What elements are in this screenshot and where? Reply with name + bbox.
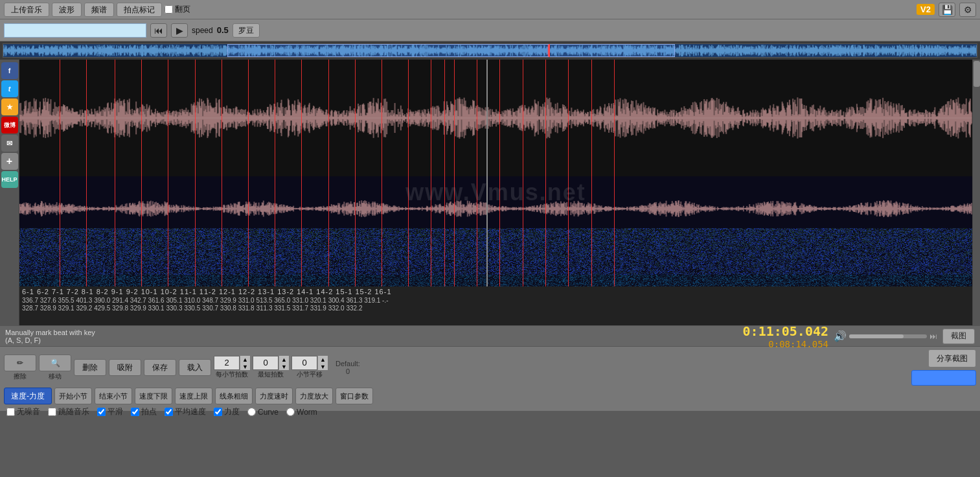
window-param-button[interactable]: 窗口参数 [336, 388, 373, 404]
sidebar-item-plus[interactable]: + [1, 153, 18, 170]
bar-param-down[interactable]: ▼ [318, 363, 328, 370]
bar-param-up[interactable]: ▲ [318, 356, 328, 363]
main-area: f t ★ 微博 ✉ + HELP www.Vmus.net 6-1 6-2 7… [0, 60, 980, 325]
beat-line [195, 60, 196, 286]
min-bpm-spinbox[interactable]: 0 ▲ ▼ [253, 356, 289, 370]
top-toolbar: 上传音乐 波形 频谱 拍点标记 翻页 V2 💾 ⚙ [0, 0, 980, 19]
sidebar-item-twitter[interactable]: t [1, 80, 18, 97]
force-time-button[interactable]: 力度速时 [255, 388, 293, 404]
share-cutview-button[interactable]: 分享截图 [928, 349, 976, 367]
sidebar-item-facebook[interactable]: f [1, 62, 18, 79]
bar-param-spinbox[interactable]: 0 ▲ ▼ [291, 356, 328, 370]
beat-line [222, 60, 222, 286]
speed-force-button[interactable]: 速度-力度 [4, 388, 52, 404]
min-bpm-down[interactable]: ▼ [279, 363, 289, 370]
beat-line [301, 60, 302, 286]
save-button[interactable]: 保存 [144, 359, 176, 376]
beat-line [168, 60, 168, 286]
action-blue-button[interactable] [911, 370, 976, 386]
beat-line [614, 60, 615, 286]
beat-line [523, 60, 523, 286]
beat-line [86, 60, 87, 286]
bg-music-checkbox[interactable] [48, 408, 56, 416]
overview-bar [0, 41, 980, 60]
time-main: 0:11:05.042 [743, 323, 828, 339]
beat-point-checkbox[interactable] [131, 408, 139, 416]
beat-line [275, 60, 275, 286]
beat-line [568, 60, 569, 286]
erase-group: ✏ 擦除 [4, 355, 36, 381]
bg-music-label[interactable]: 跳随音乐 [48, 406, 89, 417]
beat-point-label[interactable]: 拍点 [131, 406, 157, 417]
song-name-input[interactable]: 凉山 - 王中山 [4, 23, 146, 38]
default-group: Default: 0 [336, 360, 360, 375]
cutview-button[interactable]: 截图 [942, 329, 975, 344]
beat-line [454, 60, 455, 286]
speed-value: 0.5 [217, 25, 229, 35]
time-display: 0:11:05.042 0:08:14.054 [743, 323, 828, 349]
beat-line [60, 60, 60, 286]
erase-button[interactable]: ✏ [4, 355, 36, 371]
avg-speed-label[interactable]: 平均速度 [165, 406, 206, 417]
beat-lines-container [19, 60, 972, 286]
start-bar-button[interactable]: 开始小节 [54, 388, 92, 404]
sidebar-item-mail[interactable]: ✉ [1, 135, 18, 152]
min-bpm-up[interactable]: ▲ [279, 356, 289, 363]
rewind-button[interactable]: ⏮ [150, 23, 167, 38]
force-size-button[interactable]: 力度放大 [295, 388, 333, 404]
apply-button[interactable]: 罗豆 [233, 23, 260, 38]
beats-per-bar-group: 2 ▲ ▼ 每小节拍数 [214, 356, 250, 379]
waveform-button[interactable]: 波形 [52, 3, 82, 17]
beats-per-bar-up[interactable]: ▲ [240, 356, 250, 363]
force-checkbox[interactable] [214, 408, 222, 416]
avg-speed-checkbox[interactable] [165, 408, 173, 416]
flip-checkbox-label[interactable]: 翻页 [165, 4, 190, 15]
delete-button[interactable]: 删除 [74, 359, 106, 376]
speed-label: speed [192, 26, 213, 35]
spectrum-button[interactable]: 频谱 [84, 3, 114, 17]
beat-line [382, 60, 382, 286]
waveform-canvas [19, 60, 972, 176]
playhead [486, 60, 488, 286]
end-bar-button[interactable]: 结束小节 [95, 388, 132, 404]
volume-slider-area: 🔊 ⏭ [834, 330, 937, 342]
line-thickness-button[interactable]: 线条粗细 [215, 388, 253, 404]
version-badge: V2 [917, 4, 935, 15]
volume-slider[interactable] [849, 334, 927, 338]
beats-per-bar-spinbox[interactable]: 2 ▲ ▼ [214, 356, 250, 370]
controls-row1: ✏ 擦除 🔍 移动 删除 吸附 保存 载入 2 ▲ ▼ 每小节拍数 [4, 349, 976, 386]
overview-waveform-container[interactable] [3, 43, 977, 58]
beats-per-bar-down[interactable]: ▼ [240, 363, 250, 370]
beat-mark-button[interactable]: 拍点标记 [117, 3, 162, 17]
beat-labels: 6-1 6-2 7-1 7-2 8-1 8-2 9-1 9-2 10-1 10-… [19, 286, 972, 325]
no-noise-label[interactable]: 无噪音 [6, 406, 40, 417]
upload-music-button[interactable]: 上传音乐 [4, 3, 49, 17]
curve-radio[interactable] [247, 408, 256, 416]
worm-radio-label[interactable]: Worm [286, 408, 317, 417]
watermark: www.Vmus.net [405, 179, 586, 206]
beat-line [477, 60, 477, 286]
sidebar-item-help[interactable]: HELP [1, 171, 18, 188]
speed-upper-button[interactable]: 速度上限 [175, 388, 212, 404]
load-button[interactable]: 载入 [179, 359, 211, 376]
overview-viewport [227, 44, 675, 57]
play-button[interactable]: ▶ [171, 23, 188, 38]
volume-end-icon: ⏭ [929, 332, 937, 341]
right-scrollbar[interactable] [972, 60, 980, 325]
smooth-checkbox[interactable] [97, 408, 106, 416]
sidebar-item-star[interactable]: ★ [1, 99, 18, 115]
speed-lower-button[interactable]: 速度下限 [135, 388, 172, 404]
flip-checkbox[interactable] [165, 5, 173, 14]
settings-icon-button[interactable]: ⚙ [959, 3, 976, 17]
visualizer[interactable]: www.Vmus.net 6-1 6-2 7-1 7-2 8-1 8-2 9-1… [19, 60, 972, 325]
force-label[interactable]: 力度 [214, 406, 240, 417]
smooth-label[interactable]: 平滑 [97, 406, 123, 417]
sidebar-item-sina[interactable]: 微博 [1, 117, 18, 134]
save-icon-button[interactable]: 💾 [939, 3, 955, 17]
cutview-btn-area: 截图 [942, 329, 975, 344]
move-button[interactable]: 🔍 [39, 355, 71, 371]
absorb-button[interactable]: 吸附 [109, 359, 141, 376]
no-noise-checkbox[interactable] [6, 408, 15, 416]
worm-radio[interactable] [286, 408, 295, 416]
curve-radio-label[interactable]: Curve [247, 408, 279, 417]
